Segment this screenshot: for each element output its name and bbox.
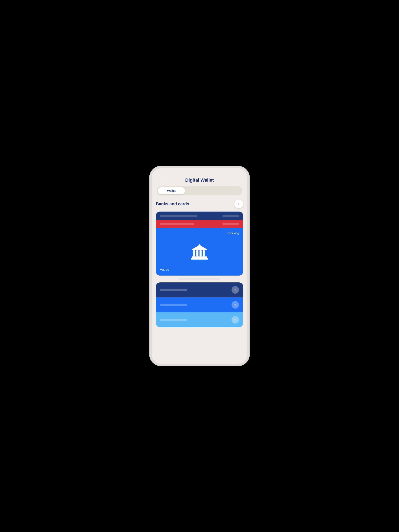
svg-rect-3 [193, 250, 195, 256]
svg-rect-7 [192, 256, 207, 258]
add-card-button[interactable]: + [234, 200, 243, 208]
section-title: Banks and cards [156, 202, 189, 206]
back-button[interactable]: ← [157, 178, 161, 183]
svg-point-1 [198, 244, 201, 247]
phone-frame: ← Digital Wallet Wallet Banks and cards … [150, 166, 249, 366]
tab-bar: Wallet [157, 186, 242, 195]
svg-rect-6 [203, 250, 205, 256]
card-red [156, 220, 243, 228]
add-card-stack: + + + [156, 282, 243, 327]
add-card-plus-3[interactable]: + [232, 316, 239, 323]
screen-content: ← Digital Wallet Wallet Banks and cards … [152, 174, 247, 364]
card-line-2 [222, 215, 239, 217]
add-card-section: + + + [152, 282, 247, 327]
add-card-line-2 [160, 304, 187, 306]
svg-rect-5 [200, 250, 202, 256]
card-number: ••8779 [160, 268, 239, 271]
add-card-line-3 [160, 319, 187, 321]
scroll-dot-bar [179, 279, 220, 279]
card-type-label: checking [160, 232, 239, 235]
add-card-line-1 [160, 289, 187, 291]
page-title: Digital Wallet [185, 177, 214, 183]
tab-3[interactable] [214, 189, 241, 193]
card-line-3 [160, 223, 194, 225]
add-card-plus-1[interactable]: + [232, 286, 239, 294]
svg-rect-8 [191, 258, 208, 260]
card-navy [156, 212, 243, 220]
svg-rect-4 [196, 250, 198, 256]
header: ← Digital Wallet [152, 174, 247, 185]
scroll-indicator [152, 279, 247, 279]
add-card-item-1: + [156, 282, 243, 297]
bank-icon [190, 243, 209, 262]
add-card-plus-2[interactable]: + [232, 301, 239, 309]
banks-cards-section: Banks and cards + checking [152, 200, 247, 276]
card-stack[interactable]: checking [156, 212, 243, 276]
bank-icon-container [160, 236, 239, 268]
tab-wallet[interactable]: Wallet [158, 187, 185, 194]
tab-2[interactable] [186, 189, 213, 193]
status-bar [152, 168, 247, 174]
add-card-item-2: + [156, 297, 243, 312]
svg-rect-2 [192, 249, 207, 250]
card-blue-checking[interactable]: checking [156, 228, 243, 276]
card-line-4 [222, 223, 239, 225]
section-header: Banks and cards + [156, 200, 243, 208]
add-card-item-3: + [156, 312, 243, 327]
card-line-1 [160, 215, 197, 217]
